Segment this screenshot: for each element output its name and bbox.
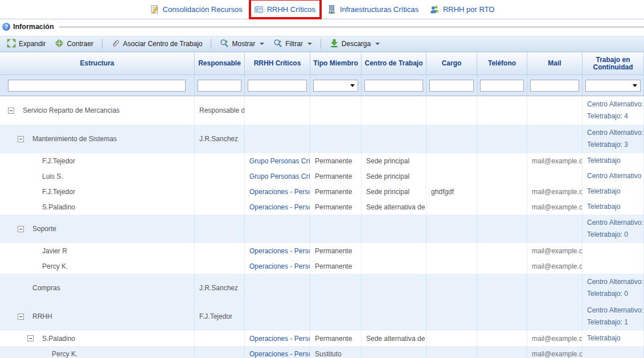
responsable-cell: J.R.Sanchez: [195, 274, 245, 302]
table-row[interactable]: F.J.TejedorOperaciones - PersonPermanent…: [0, 184, 644, 199]
tipo-miembro-cell: Permanente: [310, 258, 362, 274]
collapse-toggle-icon[interactable]: [18, 226, 24, 232]
tipo-miembro-cell: [310, 96, 362, 125]
estructura-filter-input[interactable]: [8, 80, 186, 92]
table-row[interactable]: Servicio Reparto de MercanciasResponsabl…: [0, 96, 644, 125]
column-header-telefono[interactable]: Teléfono: [477, 52, 527, 75]
estructura-name: Javier R: [42, 247, 67, 255]
rrhh-criticos-filter-input[interactable]: [248, 80, 307, 92]
table-row[interactable]: S.PaladinoOperaciones - PersonPermanente…: [0, 331, 644, 346]
button-label: Descarga: [342, 40, 371, 48]
column-header-centro-de-trabajo[interactable]: Centro de Trabajo: [362, 52, 426, 75]
tab-infraestructuras-criticas[interactable]: Infraestructuras Críticas: [327, 5, 419, 14]
mail-cell: mail@example.cc: [527, 184, 583, 199]
table-row[interactable]: Javier ROperaciones - PersonPermanentema…: [0, 243, 644, 258]
rrhh-criticos-link[interactable]: Operaciones - Person: [245, 184, 310, 199]
continuity-line: Teletrabajo: [587, 155, 621, 167]
mail-cell: mail@example.cc: [527, 243, 583, 258]
associate-work-center-button[interactable]: Asociar Centro de Trabajo: [108, 37, 206, 51]
rrhh-criticos-link[interactable]: Operaciones - Person: [245, 346, 310, 358]
trabajo-en-continuidad-cell: Centro Alternativo: [583, 168, 644, 184]
estructura-cell: Luis S.: [0, 168, 195, 184]
responsable-filter-input[interactable]: [198, 80, 241, 92]
expand-button[interactable]: Expandir: [3, 37, 49, 51]
centro-de-trabajo-cell: [362, 96, 426, 125]
show-button[interactable]: Mostrar: [216, 37, 268, 51]
table-row[interactable]: Percy K.Operaciones - PersonSustitutomai…: [0, 346, 644, 358]
tipo-miembro-cell: Permanente: [310, 199, 362, 215]
table-row[interactable]: Percy K.Operaciones - PersonPermanentema…: [0, 258, 644, 274]
table-row[interactable]: Luis S.Grupo Personas CríticPermanenteSe…: [0, 168, 644, 184]
telefono-cell: [477, 184, 527, 199]
mail-filter-input[interactable]: [530, 80, 579, 92]
trabajo-en-continuidad-filter-select[interactable]: [585, 80, 641, 92]
continuity-line: Teletrabajo: 4: [587, 110, 628, 122]
table-row[interactable]: F.J.TejedorGrupo Personas CríticPermanen…: [0, 153, 644, 168]
rrhh-criticos-link[interactable]: Operaciones - Person: [245, 243, 310, 258]
collapse-toggle-icon[interactable]: [18, 136, 24, 142]
rrhh-criticos-link: [245, 125, 310, 153]
tipo-miembro-filter-select[interactable]: [313, 80, 358, 92]
telefono-cell: [477, 125, 527, 153]
mail-cell: [527, 125, 583, 153]
estructura-name: Soporte: [32, 225, 56, 233]
centro-de-trabajo-cell: Sede principal: [362, 153, 426, 168]
rrhh-criticos-link[interactable]: Grupo Personas Crític: [245, 168, 310, 184]
tab-consolidacion-recursos[interactable]: Consolidación Recursos: [150, 5, 243, 14]
table-row[interactable]: S.PaladinoOperaciones - PersonPermanente…: [0, 199, 644, 215]
tipo-miembro-cell: [310, 125, 362, 153]
centro-de-trabajo-cell: Sede principal: [362, 168, 426, 184]
column-header-rrhh-criticos[interactable]: RRHH Críticos: [245, 52, 310, 75]
table-row[interactable]: ComprasJ.R.SanchezCentro Alternativo: 0T…: [0, 274, 644, 302]
column-header-tipo-miembro[interactable]: Tipo Miembro: [310, 52, 362, 75]
estructura-cell: Servicio Reparto de Mercancias: [0, 96, 195, 125]
table-row[interactable]: SoporteCentro Alternativo: 0Teletrabajo:…: [0, 215, 644, 243]
telefono-cell: [477, 215, 527, 243]
rrhh-criticos-link: [245, 96, 310, 125]
rrhh-criticos-link[interactable]: Operaciones - Person: [245, 199, 310, 215]
notes-pencil-icon: [150, 5, 159, 14]
rrhh-criticos-link: [245, 274, 310, 302]
table-row[interactable]: RRHHF.J.TejedorCentro Alternativo: 0Tele…: [0, 302, 644, 331]
app-page: Consolidación Recursos RRHH Críticos: [0, 0, 644, 358]
building-icon: [327, 5, 337, 14]
mail-cell: mail@example.cc: [527, 153, 583, 168]
collapse-button[interactable]: Contraer: [51, 37, 97, 51]
column-header-responsable[interactable]: Responsable: [195, 52, 245, 75]
rrhh-criticos-link[interactable]: Operaciones - Person: [245, 258, 310, 274]
column-header-estructura[interactable]: Estructura: [0, 52, 195, 75]
download-button[interactable]: Descarga: [326, 37, 383, 51]
rrhh-criticos-link[interactable]: Grupo Personas Crític: [245, 153, 310, 168]
estructura-cell: Compras: [0, 274, 195, 302]
responsable-cell: F.J.Tejedor: [195, 302, 245, 331]
estructura-name: Percy K.: [42, 262, 68, 270]
rrhh-criticos-link[interactable]: Operaciones - Person: [245, 331, 310, 346]
column-header-trabajo-en-continuidad[interactable]: Trabajo en Continuidad: [583, 52, 644, 75]
tipo-miembro-cell: Permanente: [310, 243, 362, 258]
help-icon[interactable]: ?: [2, 23, 10, 31]
column-header-mail[interactable]: Mail: [527, 52, 583, 75]
table-row[interactable]: Mantenimiento de SistemasJ.R.SanchezCent…: [0, 125, 644, 153]
estructura-name: Compras: [32, 284, 60, 292]
collapse-toggle-icon[interactable]: [8, 108, 14, 114]
collapse-icon: [55, 39, 64, 50]
filter-button[interactable]: Filtrar: [270, 37, 315, 51]
legend-rule: [59, 27, 644, 27]
tab-rrhh-por-rto[interactable]: RRHH por RTO: [430, 5, 495, 14]
centro-de-trabajo-cell: [362, 215, 426, 243]
tab-rrhh-criticos[interactable]: RRHH Críticos: [254, 5, 315, 14]
mail-cell: [527, 168, 583, 184]
grid-filter-row: [0, 75, 644, 96]
centro-de-trabajo-filter-input[interactable]: [364, 80, 423, 92]
mail-cell: mail@example.cc: [527, 346, 583, 358]
estructura-cell: Mantenimiento de Sistemas: [0, 125, 195, 153]
info-legend: ? Información: [0, 21, 644, 32]
cargo-filter-input[interactable]: [429, 80, 474, 92]
telefono-filter-input[interactable]: [480, 80, 524, 92]
collapse-toggle-icon[interactable]: [27, 335, 34, 341]
collapse-toggle-icon[interactable]: [18, 314, 24, 320]
column-header-cargo[interactable]: Cargo: [426, 52, 477, 75]
telefono-cell: [477, 331, 527, 346]
chevron-down-icon: [633, 84, 637, 87]
tab-label: Infraestructuras Críticas: [340, 5, 419, 14]
